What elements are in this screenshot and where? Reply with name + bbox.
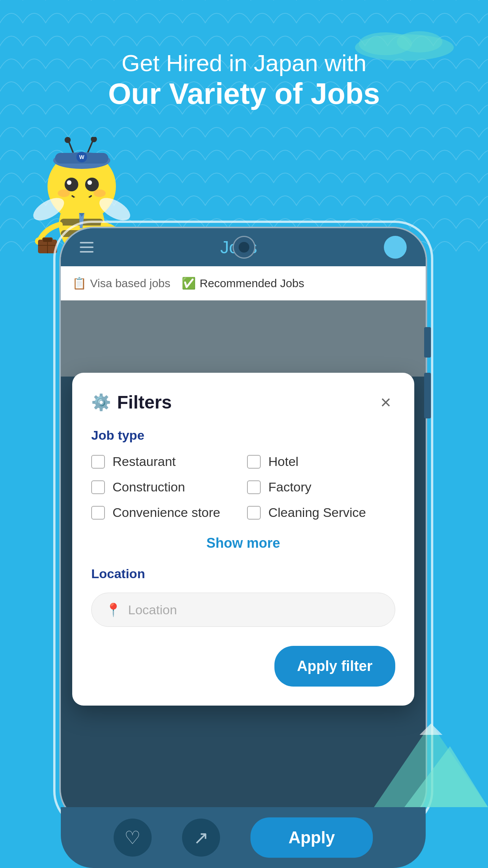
checkmark-icon: ✅ [182, 277, 196, 290]
close-filter-button[interactable]: × [376, 393, 395, 412]
checkbox-construction[interactable]: Construction [91, 480, 239, 494]
phone-side-button-mid [424, 373, 431, 418]
share-button[interactable]: ↗ [182, 819, 220, 857]
location-section: Location 📍 Location [91, 566, 395, 627]
apply-filter-button[interactable]: Apply filter [274, 646, 395, 687]
svg-text:W: W [79, 154, 84, 160]
checkbox-box-convenience-store[interactable] [91, 506, 105, 520]
favorite-button[interactable]: ♡ [114, 819, 152, 857]
checkbox-hotel[interactable]: Hotel [247, 454, 395, 469]
job-type-grid: Restaurant Hotel Construction Factory Co… [91, 454, 395, 520]
checkbox-factory[interactable]: Factory [247, 480, 395, 494]
svg-point-5 [65, 137, 71, 143]
job-type-label: Job type [91, 428, 395, 443]
svg-point-13 [65, 178, 78, 191]
hero-line2: Our Variety of Jobs [0, 76, 488, 111]
checkbox-box-hotel[interactable] [247, 455, 261, 469]
filter-title: ⚙️ Filters [91, 392, 172, 413]
show-more-button[interactable]: Show more [91, 535, 395, 551]
tab-recommended-jobs[interactable]: ✅ Recommended Jobs [182, 277, 304, 290]
checkbox-cleaning-service[interactable]: Cleaning Service [247, 505, 395, 520]
filter-modal: ⚙️ Filters × Job type Restaurant Hotel [72, 373, 414, 706]
checkbox-box-factory[interactable] [247, 480, 261, 494]
location-label: Location [91, 566, 395, 581]
camera-lens [239, 242, 249, 253]
phone-side-button-top [424, 327, 431, 358]
svg-point-15 [67, 180, 71, 185]
hamburger-menu-icon[interactable] [80, 242, 93, 253]
svg-point-18 [93, 189, 106, 197]
filter-modal-header: ⚙️ Filters × [91, 392, 395, 413]
share-icon: ↗ [193, 827, 209, 848]
location-pin-icon: 📍 [105, 602, 121, 617]
filter-tabs-bar: 📋 Visa based jobs ✅ Recommended Jobs [61, 266, 426, 300]
location-placeholder: Location [128, 603, 177, 617]
checkbox-box-cleaning-service[interactable] [247, 506, 261, 520]
heart-icon: ♡ [124, 827, 141, 848]
tab-visa-based-jobs[interactable]: 📋 Visa based jobs [72, 277, 170, 290]
hero-line1: Get Hired in Japan with [0, 49, 488, 76]
user-avatar[interactable] [384, 236, 407, 259]
svg-point-16 [87, 180, 92, 185]
checkbox-restaurant[interactable]: Restaurant [91, 454, 239, 469]
sliders-icon: ⚙️ [91, 393, 111, 412]
apply-button[interactable]: Apply [250, 817, 373, 858]
filter-overlay: ⚙️ Filters × Job type Restaurant Hotel [61, 300, 426, 822]
checkbox-box-restaurant[interactable] [91, 455, 105, 469]
mountain-decoration [374, 693, 488, 807]
checkbox-box-construction[interactable] [91, 480, 105, 494]
document-icon: 📋 [72, 277, 86, 290]
location-input-wrapper[interactable]: 📍 Location [91, 593, 395, 627]
hero-section: Get Hired in Japan with Our Variety of J… [0, 49, 488, 111]
svg-marker-34 [420, 723, 442, 735]
bottom-nav-bar: ♡ ↗ Apply [61, 807, 426, 868]
svg-point-17 [58, 189, 70, 197]
checkbox-convenience-store[interactable]: Convenience store [91, 505, 239, 520]
svg-point-14 [85, 178, 99, 191]
phone-frame: Jobs 📋 Visa based jobs ✅ Recommended Job… [59, 227, 427, 823]
